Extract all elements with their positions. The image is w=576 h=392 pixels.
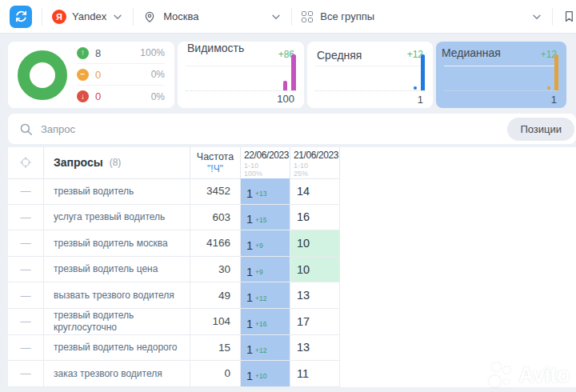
minus-icon: − [77,69,89,81]
divider [42,8,42,26]
location-pin-icon [143,10,156,23]
date1-label: 22/06/2023 [244,150,290,161]
date2-range: 1-10 [294,162,308,170]
row-drag-handle[interactable]: — [8,205,44,231]
row-drag-handle[interactable]: — [8,309,44,335]
target-column-header[interactable] [8,147,44,179]
frequency-type: "!Ч" [207,163,223,174]
position-delta: +9 [255,268,263,276]
table-row[interactable]: —услуга трезвый водитель6031+1516 [8,205,341,231]
row-drag-handle[interactable]: — [8,257,44,283]
frequency-cell: 15 [190,335,241,362]
chevron-down-icon [112,11,123,22]
avito-watermark: Avito [489,362,570,389]
table-row[interactable]: —трезвый водитель круглосуточно1041+1617 [8,309,341,335]
table-row[interactable]: —заказ трезвого водителя01+1011 [8,361,341,387]
watermark-text: Avito [518,363,570,388]
same-count: 0 [95,69,113,81]
row-drag-handle[interactable]: — [8,361,44,387]
refresh-button[interactable] [10,6,32,28]
groups-select[interactable]: Все группы [302,10,542,22]
position-22-06-cell: 1+10 [241,361,290,387]
up-count: 8 [95,47,113,59]
visibility-card[interactable]: Видимость +86 100 [178,42,304,108]
median-mini-chart [444,66,558,91]
row-drag-handle[interactable]: — [8,282,44,309]
position-22-06-cell: 1+9 [241,257,290,283]
queries-column-header[interactable]: Запросы (8) [44,147,190,179]
chart-bar [283,81,287,90]
position-22-06-cell: 1+9 [241,230,290,257]
position-22-06-cell: 1+13 [241,178,290,205]
query-cell[interactable]: услуга трезвый водитель [44,205,190,231]
row-drag-handle[interactable]: — [8,335,44,362]
row-drag-handle[interactable]: — [8,178,44,205]
avito-logo-icon [489,362,516,389]
position-21-06-cell: 10 [290,230,340,257]
date1-column-header[interactable]: 22/06/2023 1-10 100% [241,147,290,179]
positions-donut-card: ↑ 8 100% − 0 0% ↓ 0 0% [8,42,174,108]
table-row[interactable]: —трезвый водитель москва41661+910 [8,230,341,257]
positions-button[interactable]: Позиции [507,118,574,141]
queries-label: Запросы [54,156,103,169]
position-21-06-cell: 13 [290,335,340,362]
divider [552,8,553,26]
position-21-06-cell: 10 [290,257,340,283]
table-row[interactable]: —вызвать трезвого водителя491+1213 [8,282,341,309]
legend-row-down: ↓ 0 0% [77,86,165,107]
date2-column-header[interactable]: 21/06/2023 1-10 25% [290,147,340,179]
frequency-cell: 4166 [190,230,241,257]
position-21-06-cell: 11 [290,361,340,387]
frequency-label: Частота [197,151,234,162]
query-cell[interactable]: трезвый водитель цена [44,257,190,283]
frequency-cell: 603 [190,205,241,231]
divider [291,8,292,26]
region-label: Москва [163,10,198,22]
legend-row-same: − 0 0% [77,64,165,86]
summary-row: ↑ 8 100% − 0 0% ↓ 0 0% Видимость +86 100… [8,42,566,108]
donut-chart [18,50,67,100]
card-title: Медианная [442,46,557,59]
sync-icon [14,10,28,23]
region-select[interactable]: Москва [143,10,282,23]
table-body: —трезвый водитель34521+1314—услуга трезв… [8,178,341,387]
average-position-card[interactable]: Средняя +12 1 [307,42,433,108]
card-value: 1 [418,94,423,106]
queries-count: (8) [110,157,122,168]
date2-label: 21/06/2023 [294,150,339,161]
query-cell[interactable]: трезвый водитель [44,178,190,205]
position-delta: +12 [255,346,266,354]
groups-grid-icon [302,11,313,22]
row-drag-handle[interactable]: — [8,230,44,257]
arrow-up-icon: ↑ [77,47,89,59]
divider [133,8,134,26]
search-input[interactable] [41,123,507,135]
query-cell[interactable]: трезвый водитель круглосуточно [44,309,190,335]
table-row[interactable]: —трезвый водитель недорого151+1213 [8,335,341,362]
table-row[interactable]: —трезвый водитель цена301+910 [8,257,341,283]
position-21-06-cell: 13 [290,282,340,309]
frequency-cell: 0 [190,361,241,387]
same-percent: 0% [113,69,165,80]
position-22-06-cell: 1+12 [241,282,290,309]
search-engine-select[interactable]: Я Yandex [52,10,123,24]
bookmark-icon[interactable] [562,9,576,24]
frequency-column-header[interactable]: Частота "!Ч" [190,147,241,179]
position-22-06-cell: 1+12 [241,335,290,362]
date2-percent: 25% [294,170,308,178]
query-cell[interactable]: трезвый водитель москва [44,230,190,257]
position-delta: +16 [255,320,266,328]
query-cell[interactable]: заказ трезвого водителя [44,361,190,387]
position-22-06-cell: 1+16 [241,309,290,335]
table-row[interactable]: —трезвый водитель34521+1314 [8,178,341,205]
up-percent: 100% [113,47,165,58]
donut-legend: ↑ 8 100% − 0 0% ↓ 0 0% [77,42,165,108]
query-cell[interactable]: вызвать трезвого водителя [44,282,190,309]
position-delta: +9 [255,242,263,250]
median-position-card[interactable]: Медианная +12 1 [436,42,566,108]
query-cell[interactable]: трезвый водитель недорого [44,335,190,362]
search-icon [19,122,33,136]
position-21-06-cell: 17 [290,309,340,335]
chart-dot [547,86,550,90]
visibility-mini-chart [186,66,296,91]
